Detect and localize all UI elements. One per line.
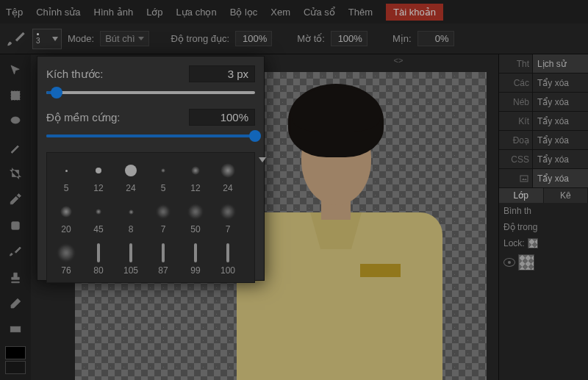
cat-neb[interactable]: Néb (499, 93, 533, 112)
brush-preset-12[interactable]: 12 (84, 157, 113, 196)
menu-edit[interactable]: Chỉnh sửa (36, 7, 80, 18)
menu-layer[interactable]: Lớp (146, 7, 162, 18)
channels-tab[interactable]: Kê (544, 188, 589, 203)
fade-value[interactable]: 100% (331, 31, 368, 46)
tool-strip (0, 54, 31, 380)
crop-tool[interactable] (4, 162, 26, 184)
history-item[interactable]: Tẩy xóa (533, 74, 588, 93)
eraser-tool[interactable] (4, 293, 26, 314)
move-tool[interactable] (4, 59, 26, 80)
visibility-icon[interactable] (503, 258, 515, 267)
brush-preset-99[interactable]: 99 (181, 240, 210, 278)
history-item[interactable]: Tẩy xóa (533, 169, 588, 188)
layers-tab[interactable]: Lớp (499, 188, 544, 203)
chevron-down-icon[interactable] (259, 157, 266, 162)
hardness-value[interactable]: 100% (189, 109, 255, 126)
brush-preset-24[interactable]: 24 (213, 157, 243, 196)
menu-more[interactable]: Thêm (348, 7, 373, 18)
brush-preset-50[interactable]: 50 (181, 198, 210, 237)
embed-toggle[interactable]: <> (391, 54, 406, 65)
size-slider[interactable] (46, 87, 255, 98)
history-item[interactable]: Tẩy xóa (533, 131, 588, 150)
brush-tool[interactable] (4, 241, 26, 262)
brush-preset-selector[interactable]: 3 (32, 29, 62, 49)
history-item[interactable]: Tẩy xóa (533, 112, 588, 131)
history-tab[interactable]: Lịch sử (533, 54, 588, 74)
svg-rect-0 (11, 91, 20, 100)
lock-transparency-icon[interactable] (528, 238, 538, 248)
color-swatches[interactable] (4, 345, 27, 380)
image-icon[interactable] (499, 169, 533, 188)
hardness-slider[interactable] (46, 130, 255, 142)
hardness-label: Độ mềm cứng: (46, 111, 121, 124)
brush-preset-popup: Kích thước: 3 px Độ mềm cứng: 100% 51224… (37, 56, 265, 281)
cat-kit[interactable]: Kít (499, 112, 533, 131)
opacity-label: Độ trong đục: (171, 33, 230, 44)
wand-tool[interactable] (4, 137, 26, 158)
tool-options-bar: 3 Mode: Bút chì Độ trong đục: 100% Mờ tố… (0, 24, 588, 54)
smooth-value[interactable]: 0% (417, 31, 454, 46)
top-menu-bar: Tệp Chỉnh sửa Hình ảnh Lớp Lựa chọn Bộ l… (0, 0, 588, 24)
gradient-tool[interactable] (4, 319, 26, 340)
brush-preset-100[interactable]: 100 (213, 240, 243, 278)
smooth-label: Mịn: (392, 33, 412, 44)
lasso-tool[interactable] (4, 111, 26, 132)
menu-file[interactable]: Tệp (6, 7, 23, 18)
blend-mode-select[interactable]: Bình th (499, 203, 588, 219)
opacity-value[interactable]: 100% (235, 31, 272, 46)
brush-tool-icon (6, 29, 26, 49)
brush-preset-87[interactable]: 87 (148, 240, 178, 278)
cat-css[interactable]: CSS (499, 150, 533, 169)
size-label: Kích thước: (46, 68, 103, 81)
image-subject-person (237, 84, 472, 380)
cat-tht[interactable]: Tht (499, 54, 533, 74)
layer-row[interactable] (499, 251, 588, 273)
svg-point-1 (11, 117, 20, 123)
fade-label: Mờ tố: (297, 33, 325, 44)
eyedropper-tool[interactable] (4, 189, 26, 210)
menu-image[interactable]: Hình ảnh (94, 7, 134, 18)
menu-view[interactable]: Xem (270, 7, 290, 18)
brush-preset-12[interactable]: 12 (181, 157, 210, 196)
mode-label: Mode: (68, 33, 94, 44)
brush-preset-24[interactable]: 24 (116, 157, 146, 196)
svg-rect-4 (520, 176, 528, 182)
size-value[interactable]: 3 px (189, 65, 255, 82)
mode-select[interactable]: Bút chì (100, 31, 148, 46)
heal-tool[interactable] (4, 215, 26, 236)
chevron-down-icon (52, 37, 58, 41)
brush-preset-20[interactable]: 20 (51, 198, 81, 237)
brush-preset-80[interactable]: 80 (84, 240, 113, 278)
history-item[interactable]: Tẩy xóa (533, 150, 588, 169)
marquee-tool[interactable] (4, 85, 26, 106)
cat-cac[interactable]: Các (499, 74, 533, 93)
brush-preset-8[interactable]: 8 (116, 198, 146, 237)
layer-opacity-label: Độ trong (499, 219, 588, 235)
stamp-tool[interactable] (4, 267, 26, 288)
brush-preset-105[interactable]: 105 (116, 240, 146, 278)
layer-thumbnail (518, 254, 534, 270)
menu-window[interactable]: Cửa sổ (304, 7, 335, 18)
brush-preset-7[interactable]: 7 (213, 198, 243, 237)
menu-account[interactable]: Tài khoản (386, 4, 443, 21)
brush-preset-7[interactable]: 7 (148, 198, 178, 237)
brush-preset-grid: 512245122420458750776801058799100 (46, 152, 255, 283)
brush-preset-5[interactable]: 5 (51, 157, 81, 196)
cat-doa[interactable]: Đoạ (499, 131, 533, 150)
history-item[interactable]: Tẩy xóa (533, 93, 588, 112)
brush-preset-5[interactable]: 5 (148, 157, 178, 196)
lock-row: Lock: (499, 235, 588, 251)
brush-preset-45[interactable]: 45 (84, 198, 113, 237)
chevron-down-icon (138, 37, 144, 40)
menu-select[interactable]: Lựa chọn (176, 7, 217, 18)
svg-rect-3 (10, 327, 21, 333)
menu-filter[interactable]: Bộ lọc (230, 7, 258, 18)
right-panels: ThtLịch sử CácTẩy xóa NébTẩy xóa KítTẩy … (498, 54, 588, 380)
brush-preset-76[interactable]: 76 (51, 240, 81, 278)
